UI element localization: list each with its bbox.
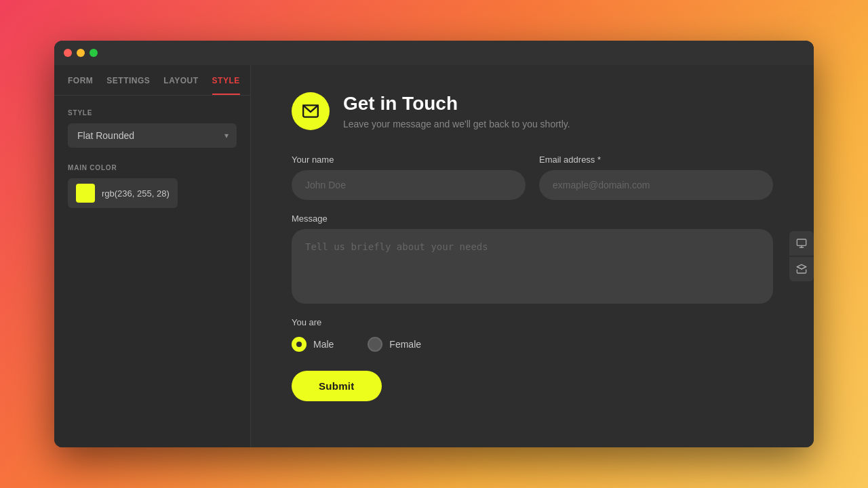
minimize-button[interactable] — [77, 49, 85, 57]
sidebar: FORM SETTINGS LAYOUT STYLE STYLE Flat Ro… — [54, 65, 251, 447]
svg-rect-0 — [797, 239, 806, 245]
main-content: FORM SETTINGS LAYOUT STYLE STYLE Flat Ro… — [54, 65, 814, 447]
message-textarea[interactable] — [292, 229, 773, 304]
radio-male-circle — [292, 337, 307, 352]
title-bar — [54, 41, 814, 65]
style-dropdown[interactable]: Flat Rounded Flat Outlined Shadowed — [68, 123, 237, 148]
paint-icon-button[interactable] — [789, 257, 814, 281]
monitor-icon — [796, 238, 807, 249]
radio-male-label: Male — [313, 339, 334, 350]
message-label: Message — [292, 214, 773, 224]
sidebar-body: STYLE Flat Rounded Flat Outlined Shadowe… — [54, 96, 250, 447]
style-select-wrapper: Flat Rounded Flat Outlined Shadowed ▾ — [68, 123, 237, 148]
close-button[interactable] — [64, 49, 72, 57]
radio-male[interactable]: Male — [292, 337, 334, 352]
name-label: Your name — [292, 155, 526, 165]
radio-female-circle — [368, 337, 382, 352]
color-row[interactable]: rgb(236, 255, 28) — [68, 178, 178, 208]
tab-layout[interactable]: LAYOUT — [163, 76, 198, 95]
side-icons — [789, 231, 814, 281]
radio-section: You are Male Female — [292, 317, 773, 352]
form-subtitle: Leave your message and we'll get back to… — [343, 119, 570, 129]
monitor-icon-button[interactable] — [789, 231, 814, 256]
paint-icon — [796, 264, 807, 274]
main-panel: Get in Touch Leave your message and we'l… — [251, 65, 814, 447]
email-label: Email address * — [539, 155, 773, 165]
form-icon-circle — [292, 92, 330, 130]
tab-form[interactable]: FORM — [68, 76, 93, 95]
message-field: Message — [292, 214, 773, 304]
color-swatch — [76, 184, 95, 203]
maximize-button[interactable] — [90, 49, 98, 57]
traffic-lights — [64, 49, 98, 57]
email-input[interactable] — [539, 170, 773, 200]
submit-button[interactable]: Submit — [292, 371, 382, 401]
style-section-label: STYLE — [68, 109, 237, 117]
tab-style[interactable]: STYLE — [212, 76, 240, 95]
name-input[interactable] — [292, 170, 526, 200]
name-field: Your name — [292, 155, 526, 200]
email-field: Email address * — [539, 155, 773, 200]
form-header: Get in Touch Leave your message and we'l… — [292, 92, 773, 130]
radio-female[interactable]: Female — [368, 337, 421, 352]
tab-settings[interactable]: SETTINGS — [106, 76, 150, 95]
form-header-text: Get in Touch Leave your message and we'l… — [343, 93, 570, 129]
radio-female-label: Female — [389, 339, 421, 350]
radio-options: Male Female — [292, 337, 773, 352]
radio-section-label: You are — [292, 317, 773, 327]
envelope-icon — [302, 102, 319, 120]
color-value: rgb(236, 255, 28) — [102, 188, 170, 199]
form-title: Get in Touch — [343, 93, 570, 115]
app-window: FORM SETTINGS LAYOUT STYLE STYLE Flat Ro… — [54, 41, 814, 447]
form-grid: Your name Email address * Message — [292, 155, 773, 304]
sidebar-tabs: FORM SETTINGS LAYOUT STYLE — [54, 65, 250, 96]
color-section-label: MAIN COLOR — [68, 164, 237, 171]
